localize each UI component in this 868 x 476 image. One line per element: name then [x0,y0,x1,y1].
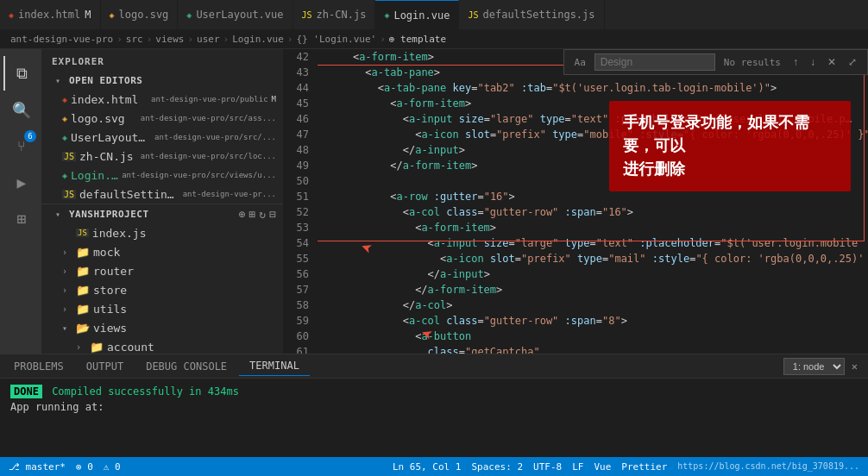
tab-index-html[interactable]: ◈ index.html M [0,0,101,30]
file-index-js[interactable]: JS index.js [41,223,283,242]
tab-terminal[interactable]: TERMINAL [239,356,310,376]
open-editor-logo-svg[interactable]: ◈ logo.svg ant-design-vue-pro/src/ass... [41,109,283,128]
new-file-icon[interactable]: ⊕ [239,208,246,221]
open-editor-index-html[interactable]: ◈ index.html ant-design-vue-pro/public M [41,90,283,109]
open-editor-defaultsettings[interactable]: JS defaultSettings.js ant-design-vue-pr.… [41,185,283,204]
terminal-done-line: DONE Compiled successfully in 434ms [10,384,858,399]
project-header[interactable]: ▾ YANSHIPROJECT ⊕ ⊞ ↻ ⊟ [41,204,283,223]
folder-views[interactable]: ▾ 📂 views [41,318,283,337]
find-close-button[interactable]: ✕ [824,54,840,70]
file-name: logo.svg [71,112,137,125]
project-actions: ⊕ ⊞ ↻ ⊟ [239,208,276,221]
activity-bar: ⧉ 🔍 ⑂ 6 ▶ ⊞ [0,49,41,354]
tab-bar: ◈ index.html M ◈ logo.svg ◈ UserLayout.v… [0,0,868,30]
editor-area: Aa No results ↑ ↓ ✕ ⤢ 42 43 44 45 46 47 … [283,49,868,354]
tab-label: index.html [18,9,80,21]
terminal-selector[interactable]: 1: node [783,358,845,375]
open-editor-login[interactable]: ◈ Login.vue ant-design-vue-pro/src/views… [41,166,283,185]
code-line-58: </a-col> [328,298,858,313]
language-mode[interactable]: Vue [594,461,611,473]
find-result: No results [720,57,784,68]
tab-defaultsettings-js[interactable]: JS defaultSettings.js [459,0,604,30]
tab-login-vue[interactable]: ◈ Login.vue [375,0,459,30]
open-editors-header[interactable]: ▾ OPEN EDITORS [41,71,283,90]
tab-userlayout-vue[interactable]: ◈ UserLayout.vue [178,0,292,30]
folder-icon: 📁 [76,303,90,316]
svg-icon: ◈ [110,10,115,20]
tab-logo-svg[interactable]: ◈ logo.svg [101,0,179,30]
chevron-right-icon: › [76,342,90,352]
find-next-button[interactable]: ↓ [807,54,819,70]
find-input[interactable] [594,53,715,71]
refresh-icon[interactable]: ↻ [259,208,266,221]
files-icon[interactable]: ⧉ [3,56,38,91]
git-badge: 6 [24,130,36,142]
extensions-icon[interactable]: ⊞ [3,201,38,235]
terminal-success-text: Compiled successfully in 434ms [52,385,239,398]
panel-tabs: PROBLEMS OUTPUT DEBUG CONSOLE TERMINAL 1… [0,354,868,379]
code-content: <a-form-item> <a-tab-pane> <a-tab-pane k… [318,49,868,354]
search-icon[interactable]: 🔍 [3,92,38,127]
explorer-title: EXPLORER [52,56,104,67]
code-line-52: <a-col class="gutter-row" :span="16"> [328,204,858,220]
git-branch[interactable]: ⎇ master* [9,461,66,473]
panel-right: 1: node ✕ [783,358,865,375]
code-line-53: <a-form-item> [328,220,858,235]
folder-router[interactable]: › 📁 router [41,261,283,280]
collapse-icon[interactable]: ⊟ [269,208,276,221]
explorer-header: EXPLORER [41,49,283,71]
chevron-right-icon: › [62,304,76,314]
project-section: ▾ YANSHIPROJECT ⊕ ⊞ ↻ ⊟ JS index.js [41,204,283,354]
chevron-right-icon: › [62,266,76,276]
file-path: ant-design-vue-pr... [183,190,276,198]
warning-count[interactable]: ⚠ 0 [104,461,121,473]
panel-close-icon[interactable]: ✕ [852,360,858,373]
code-line-44: <a-tab-pane key="tab2" :tab="$t('user.lo… [328,80,858,96]
terminal-app-running: App running at: [10,399,858,415]
find-expand-button[interactable]: ⤢ [845,54,860,70]
chevron-down-icon: ▾ [55,210,69,219]
url-info: https://blog.csdn.net/big_370819... [677,461,859,473]
code-annotation: 手机号登录功能，如果不需要，可以进行删除 [609,101,851,191]
file-path: ant-design-vue-pro/src/... [154,133,276,141]
open-editor-zh-cn[interactable]: JS zh-CN.js ant-design-vue-pro/src/loc..… [41,147,283,166]
chevron-right-icon: › [62,285,76,295]
open-editors-label: OPEN EDITORS [69,75,142,86]
code-line-55: <a-icon slot="prefix" type="mail" :style… [328,251,858,266]
folder-mock[interactable]: › 📁 mock [41,242,283,261]
vue-icon: ◈ [186,10,192,20]
file-name: UserLayout.vue [71,131,151,144]
open-editor-userlayout[interactable]: ◈ UserLayout.vue ant-design-vue-pro/src/… [41,128,283,147]
editor-content[interactable]: 42 43 44 45 46 47 48 49 50 51 52 53 54 5… [283,49,868,354]
find-prev-button[interactable]: ↑ [789,54,802,70]
new-folder-icon[interactable]: ⊞ [249,208,256,221]
folder-name: utils [93,303,276,316]
debug-icon[interactable]: ▶ [3,165,38,199]
code-line-61: class="getCaptcha" [328,344,858,354]
folder-store[interactable]: › 📁 store [41,280,283,299]
js-icon: JS [468,10,478,20]
status-right: Ln 65, Col 1 Spaces: 2 UTF-8 LF Vue Pret… [393,461,859,473]
terminal-content: DONE Compiled successfully in 434ms App … [0,379,868,457]
folder-name: router [93,265,276,278]
vue-icon: ◈ [62,171,67,180]
git-icon[interactable]: ⑂ 6 [3,128,38,163]
tab-debug-console[interactable]: DEBUG CONSOLE [135,357,237,376]
folder-name: mock [93,246,276,259]
tab-zh-cn-js[interactable]: JS zh-CN.js [293,0,376,30]
formatter[interactable]: Prettier [621,461,667,473]
code-line-59: <a-col class="gutter-row" :span="8"> [328,313,858,329]
tab-problems[interactable]: PROBLEMS [3,357,74,376]
code-line-60: <a-button [328,329,858,344]
folder-account[interactable]: › 📁 account [41,337,283,354]
error-count[interactable]: ⊗ 0 [76,461,93,473]
sidebar-scroll[interactable]: ▾ OPEN EDITORS ◈ index.html ant-design-v… [41,71,283,354]
find-label-aa: Aa [571,57,589,68]
js-icon: JS [76,229,89,237]
folder-utils[interactable]: › 📁 utils [41,299,283,318]
line-endings: LF [572,461,583,473]
tab-output[interactable]: OUTPUT [76,357,134,376]
vue-icon: ◈ [62,133,67,142]
html-icon: ◈ [9,10,14,20]
folder-icon: 📁 [90,341,104,354]
